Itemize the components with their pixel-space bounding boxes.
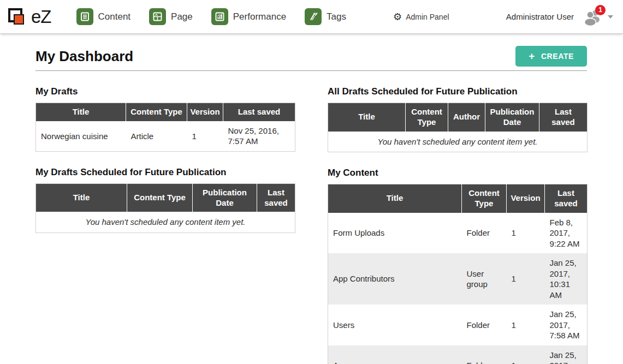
my-drafts-title: My Drafts	[35, 86, 295, 97]
my-drafts-scheduled-table: TitleContent TypePublication DateLast sa…	[35, 183, 295, 233]
table-row[interactable]: App ContributorsUser group1Jan 25, 2017,…	[328, 253, 588, 305]
user-name: Administrator User	[506, 12, 574, 21]
nav-item-content[interactable]: Content	[76, 8, 131, 25]
nav-item-page[interactable]: Page	[149, 8, 193, 25]
page-header: My Dashboard + CREATE	[35, 46, 587, 67]
table-header-row: TitleContent TypeVersionLast saved	[328, 184, 588, 213]
column-header: Publication Date	[193, 183, 257, 212]
right-column: All Drafts Scheduled for Future Publicat…	[328, 71, 587, 364]
ez-logo-icon	[8, 7, 27, 27]
empty-state-row: You haven't scheduled any content item y…	[328, 132, 588, 152]
table-header-row: TitleContent TypeAuthorPublication DateL…	[328, 103, 588, 132]
table-cell: 1	[507, 305, 545, 345]
my-drafts-section: My Drafts TitleContent TypeVersionLast s…	[35, 86, 295, 152]
main-navigation: Content Page	[76, 8, 365, 25]
data-table: TitleContent TypeVersionLast savedForm U…	[328, 184, 588, 364]
table-cell: User group	[462, 253, 507, 305]
table-cell: Jan 25, 2017, 7:55 AM	[545, 345, 588, 364]
all-drafts-scheduled-section: All Drafts Scheduled for Future Publicat…	[328, 86, 587, 152]
column-header: Author	[448, 103, 485, 132]
gear-icon: ⚙	[393, 12, 402, 22]
chevron-down-icon	[608, 15, 613, 19]
user-menu[interactable]: Administrator User 1	[506, 8, 613, 26]
content-icon	[76, 8, 93, 25]
empty-state-message: You haven't scheduled any content item y…	[36, 212, 295, 232]
table-cell: Norwegian cuisine	[36, 121, 126, 152]
left-column: My Drafts TitleContent TypeVersionLast s…	[35, 71, 295, 364]
table-cell: 1	[507, 213, 545, 254]
table-cell: Folder	[462, 305, 507, 345]
page-title: My Dashboard	[35, 48, 133, 65]
column-header: Last saved	[223, 103, 295, 121]
table-header-row: TitleContent TypePublication DateLast sa…	[36, 183, 295, 212]
my-content-table: TitleContent TypeVersionLast savedForm U…	[328, 184, 587, 364]
column-header: Title	[36, 103, 126, 121]
nav-label-performance: Performance	[233, 11, 286, 22]
table-cell: Jan 25, 2017, 7:58 AM	[545, 305, 588, 345]
nav-label-tags: Tags	[327, 11, 346, 22]
page-icon	[149, 8, 166, 25]
table-row[interactable]: Form UploadsFolder1Feb 8, 2017, 9:22 AM	[328, 213, 588, 254]
table-row[interactable]: AppFolder1Jan 25, 2017, 7:55 AM	[328, 345, 588, 364]
table-cell: Nov 25, 2016, 7:57 AM	[223, 121, 295, 152]
column-header: Content Type	[127, 183, 193, 212]
table-row[interactable]: UsersFolder1Jan 25, 2017, 7:58 AM	[328, 305, 588, 345]
nav-label-content: Content	[98, 11, 131, 22]
notification-badge[interactable]: 1	[595, 5, 606, 15]
column-header: Content Type	[406, 103, 448, 132]
all-drafts-scheduled-table: TitleContent TypeAuthorPublication DateL…	[328, 103, 587, 152]
column-header: Last saved	[545, 184, 588, 213]
data-table: TitleContent TypePublication DateLast sa…	[35, 183, 295, 233]
admin-panel-button[interactable]: ⚙ Admin Panel	[393, 12, 449, 22]
tags-icon	[305, 8, 322, 25]
table-row[interactable]: Norwegian cuisineArticle1Nov 25, 2016, 7…	[36, 121, 295, 152]
dashboard-content: My Dashboard + CREATE My Drafts TitleCon…	[0, 46, 623, 364]
column-header: Content Type	[462, 184, 507, 213]
my-drafts-scheduled-title: My Drafts Scheduled for Future Publicati…	[35, 167, 295, 178]
nav-item-performance[interactable]: Performance	[211, 8, 286, 25]
my-drafts-table: TitleContent TypeVersionLast savedNorweg…	[35, 103, 295, 152]
admin-panel-label: Admin Panel	[406, 13, 449, 21]
data-table: TitleContent TypeAuthorPublication DateL…	[328, 103, 588, 152]
table-cell: Form Uploads	[328, 213, 462, 254]
empty-state-row: You haven't scheduled any content item y…	[36, 212, 295, 232]
column-header: Content Type	[126, 103, 187, 121]
column-header: Last saved	[539, 103, 588, 132]
column-header: Last saved	[257, 183, 295, 212]
ez-logo-text: eZ	[31, 8, 51, 26]
table-cell: Users	[328, 305, 462, 345]
top-navbar: eZ Content Pag	[0, 0, 623, 34]
my-content-title: My Content	[328, 168, 587, 178]
table-cell: App Contributors	[328, 253, 462, 305]
nav-label-page: Page	[171, 11, 193, 22]
nav-item-tags[interactable]: Tags	[305, 8, 346, 25]
dashboard-grid: My Drafts TitleContent TypeVersionLast s…	[35, 71, 587, 364]
my-content-section: My Content TitleContent TypeVersionLast …	[328, 168, 587, 364]
table-cell: 1	[507, 345, 545, 364]
table-cell: Jan 25, 2017, 10:31 AM	[545, 253, 588, 305]
column-header: Title	[328, 184, 462, 213]
performance-icon	[211, 8, 228, 25]
avatar[interactable]: 1	[583, 8, 603, 26]
plus-icon: +	[529, 52, 535, 60]
table-cell: Feb 8, 2017, 9:22 AM	[545, 213, 588, 254]
column-header: Title	[328, 103, 406, 132]
table-cell: 1	[187, 121, 223, 152]
empty-state-message: You haven't scheduled any content item y…	[328, 132, 588, 152]
table-cell: Folder	[462, 213, 507, 254]
ez-logo[interactable]: eZ	[8, 7, 51, 27]
table-header-row: TitleContent TypeVersionLast saved	[36, 103, 295, 121]
create-button-label: CREATE	[541, 52, 574, 61]
table-cell: Article	[126, 121, 187, 152]
column-header: Title	[36, 183, 127, 212]
all-drafts-scheduled-title: All Drafts Scheduled for Future Publicat…	[328, 86, 587, 97]
my-drafts-scheduled-section: My Drafts Scheduled for Future Publicati…	[35, 167, 295, 233]
table-cell: Folder	[462, 345, 507, 364]
table-cell: App	[328, 345, 462, 364]
column-header: Version	[507, 184, 545, 213]
table-cell: 1	[507, 253, 545, 305]
data-table: TitleContent TypeVersionLast savedNorweg…	[35, 103, 295, 152]
create-button[interactable]: + CREATE	[515, 46, 587, 67]
column-header: Publication Date	[485, 103, 539, 132]
column-header: Version	[187, 103, 223, 121]
